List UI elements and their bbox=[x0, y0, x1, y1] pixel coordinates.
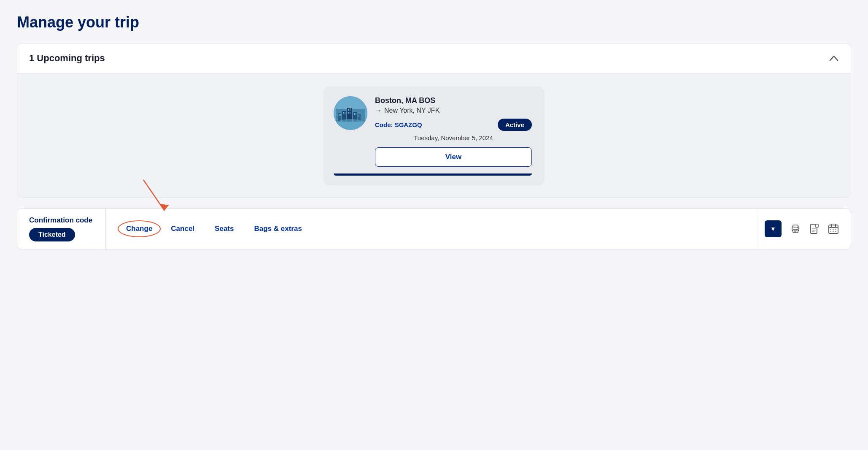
svg-rect-32 bbox=[812, 231, 814, 232]
action-bar-center: Change Cancel Seats Bags & extras bbox=[106, 209, 756, 249]
print-button[interactable] bbox=[787, 220, 804, 238]
svg-rect-26 bbox=[794, 232, 796, 233]
svg-rect-40 bbox=[830, 231, 831, 232]
trip-code: Code: SGAZGQ bbox=[375, 121, 422, 128]
action-bar: Confirmation code Ticketed Change Cancel… bbox=[17, 208, 851, 249]
svg-rect-14 bbox=[348, 112, 349, 114]
dropdown-button[interactable]: ▼ bbox=[765, 220, 782, 237]
svg-rect-11 bbox=[345, 112, 345, 114]
change-button[interactable]: Change bbox=[118, 220, 161, 237]
trip-destination: → New York, NY JFK bbox=[375, 107, 532, 114]
svg-rect-12 bbox=[348, 109, 349, 111]
collapse-button[interactable] bbox=[829, 53, 839, 63]
svg-rect-23 bbox=[793, 225, 798, 227]
arrow-icon: → bbox=[375, 107, 382, 114]
trip-info: Boston, MA BOS → New York, NY JFK Code: … bbox=[375, 96, 532, 167]
svg-rect-38 bbox=[833, 229, 834, 230]
svg-rect-25 bbox=[794, 230, 797, 231]
action-bar-wrapper: Confirmation code Ticketed Change Cancel… bbox=[17, 208, 851, 249]
active-badge: Active bbox=[498, 119, 532, 131]
calendar-button[interactable] bbox=[825, 220, 842, 238]
svg-rect-17 bbox=[356, 113, 356, 115]
upcoming-header-title: 1 Upcoming trips bbox=[29, 53, 105, 64]
upcoming-trips-card: 1 Upcoming trips bbox=[17, 43, 851, 198]
svg-rect-10 bbox=[343, 112, 344, 114]
cancel-button[interactable]: Cancel bbox=[161, 220, 205, 237]
svg-rect-16 bbox=[354, 113, 355, 115]
seats-button[interactable]: Seats bbox=[205, 220, 244, 237]
svg-rect-9 bbox=[340, 114, 341, 116]
change-button-wrapper: Change bbox=[118, 220, 161, 237]
trip-card: Boston, MA BOS → New York, NY JFK Code: … bbox=[324, 87, 544, 184]
svg-rect-39 bbox=[835, 229, 836, 230]
page-title: Manage your trip bbox=[17, 14, 851, 31]
svg-rect-7 bbox=[350, 106, 350, 109]
svg-rect-42 bbox=[835, 231, 836, 232]
svg-rect-18 bbox=[359, 115, 359, 117]
svg-rect-41 bbox=[833, 231, 834, 232]
svg-rect-29 bbox=[815, 224, 818, 227]
bags-extras-button[interactable]: Bags & extras bbox=[244, 220, 312, 237]
action-bar-left: Confirmation code Ticketed bbox=[17, 209, 106, 249]
confirmation-code-label: Confirmation code bbox=[29, 216, 94, 225]
trip-date: Tuesday, November 5, 2024 bbox=[375, 134, 532, 141]
trip-list-area: Boston, MA BOS → New York, NY JFK Code: … bbox=[17, 73, 851, 198]
trip-origin: Boston, MA BOS bbox=[375, 96, 532, 105]
document-button[interactable] bbox=[806, 220, 823, 238]
action-bar-right: ▼ bbox=[756, 209, 851, 249]
dropdown-arrow-icon: ▼ bbox=[770, 225, 776, 232]
svg-point-27 bbox=[797, 228, 798, 228]
upcoming-header: 1 Upcoming trips bbox=[17, 43, 851, 73]
svg-rect-8 bbox=[339, 114, 340, 116]
svg-rect-13 bbox=[350, 109, 350, 111]
trip-code-row: Code: SGAZGQ Active bbox=[375, 119, 532, 131]
svg-rect-31 bbox=[812, 230, 816, 231]
svg-rect-30 bbox=[812, 228, 816, 229]
svg-rect-15 bbox=[350, 112, 350, 114]
city-image bbox=[334, 96, 367, 130]
view-button[interactable]: View bbox=[375, 147, 532, 167]
card-bottom-bar bbox=[334, 173, 532, 176]
ticketed-badge: Ticketed bbox=[29, 228, 75, 241]
svg-rect-37 bbox=[830, 229, 831, 230]
